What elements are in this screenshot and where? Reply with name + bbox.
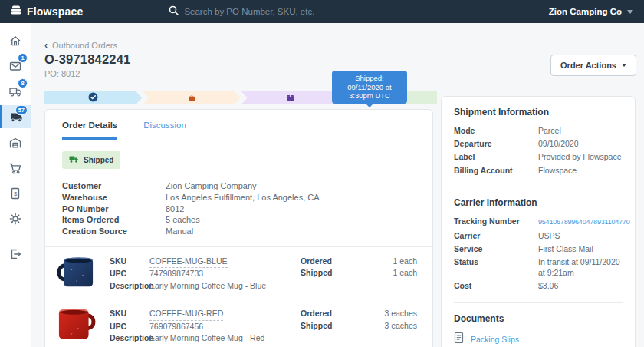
shipment-sidebar: Shipment Information ModeParcel Departur…	[441, 96, 636, 347]
search-icon	[169, 5, 179, 18]
cart-icon	[8, 161, 22, 175]
progress-step-packed[interactable]	[242, 91, 339, 104]
sidebar-item-settings[interactable]	[0, 206, 31, 231]
section-title: Shipment Information	[454, 107, 623, 117]
document-icon	[454, 332, 464, 347]
order-summary-fields: CustomerZion Camping Company WarehouseLo…	[62, 180, 416, 237]
sidebar-item-billing[interactable]: $	[0, 180, 31, 206]
main-content: ‹ Outbound Orders O-3971842241 PO: 8012 …	[31, 23, 644, 347]
progress-step-picked[interactable]	[143, 91, 240, 104]
order-details-card: Order Details Discussion Shipped Custome…	[44, 109, 433, 347]
warehouse-icon	[8, 136, 22, 150]
order-actions-button[interactable]: Order Actions	[550, 55, 636, 76]
chevron-down-icon	[622, 64, 626, 67]
item-quantities: Ordered1 each Shipped1 each	[301, 254, 417, 279]
sidebar-item-inbound-orders[interactable]: 8	[0, 78, 31, 104]
tooltip-line2: 3:30pm UTC	[337, 91, 402, 101]
inbound-orders-badge: 8	[18, 78, 28, 88]
flowspace-logo[interactable]: Flowspace	[10, 4, 83, 19]
sidebar-item-sign-out[interactable]	[0, 241, 31, 266]
po-number: PO: 8012	[44, 69, 80, 78]
field-row: WarehouseLos Angeles Fulfillment, Los An…	[62, 192, 416, 203]
sidebar-item-messages[interactable]: 1	[0, 53, 31, 78]
flowspace-logo-icon	[10, 4, 22, 19]
item-info: SKUCOFFEE-MUG-RED UPC769079867456 Descri…	[110, 306, 264, 345]
tab-discussion[interactable]: Discussion	[143, 121, 186, 140]
account-menu[interactable]: Zion Camping Co	[549, 7, 633, 16]
shipment-information-section: Shipment Information ModeParcel Departur…	[454, 97, 623, 187]
search-input[interactable]	[184, 7, 360, 16]
sidebar-item-outbound-orders[interactable]: 57	[0, 105, 31, 128]
check-circle-icon	[88, 91, 98, 105]
sidebar-item-home[interactable]	[0, 28, 31, 53]
tab-bar: Order Details Discussion	[45, 110, 432, 140]
section-title: Documents	[454, 313, 623, 324]
top-navbar: Flowspace Zion Camping Co	[0, 0, 644, 23]
line-item-blue-mug: SKUCOFFEE-MUG-BLUE UPC747989874733 Descr…	[45, 246, 432, 299]
sidebar-item-products[interactable]	[0, 155, 31, 180]
status-badge: Shipped	[62, 151, 120, 169]
chevron-left-icon: ‹	[44, 40, 48, 51]
documents-section: Documents Packing Slips Shipping Label P…	[454, 302, 623, 347]
carrier-information-section: Carrier Information Tracking Number95410…	[454, 187, 623, 302]
svg-text:$: $	[14, 190, 18, 197]
pick-box-icon	[187, 91, 196, 105]
home-icon	[8, 34, 22, 48]
order-actions-label: Order Actions	[560, 61, 616, 70]
global-search	[169, 5, 360, 18]
sidebar-divider	[5, 236, 26, 236]
packing-slips-link[interactable]: Packing Slips	[454, 332, 623, 347]
gear-icon	[8, 212, 22, 226]
product-image-blue-mug	[54, 254, 97, 289]
field-row: CustomerZion Camping Company	[62, 180, 416, 192]
sidebar-nav: 1 8 57 $	[0, 23, 31, 347]
messages-badge: 1	[18, 53, 28, 63]
field-row: Items Ordered5 eaches	[62, 214, 416, 226]
field-row: Creation SourceManual	[62, 226, 416, 237]
line-items: SKUCOFFEE-MUG-BLUE UPC747989874733 Descr…	[45, 246, 432, 347]
tooltip-line1: Shipped: 09/11/2020 at	[337, 74, 402, 91]
brand-name: Flowspace	[27, 5, 83, 18]
sku-link[interactable]: COFFEE-MUG-RED	[150, 308, 223, 321]
section-title: Carrier Information	[454, 197, 623, 208]
breadcrumb[interactable]: ‹ Outbound Orders	[44, 40, 117, 51]
line-item-red-mug: SKUCOFFEE-MUG-RED UPC769079867456 Descri…	[45, 299, 432, 347]
shipment-card: Shipment Information ModeParcel Departur…	[441, 96, 636, 347]
item-quantities: Ordered3 eaches Shipped3 eaches	[301, 306, 417, 332]
field-row: PO Number8012	[62, 203, 416, 215]
progress-step-created[interactable]	[44, 91, 142, 104]
sign-out-icon	[8, 247, 22, 261]
packed-box-icon	[286, 91, 294, 105]
account-name: Zion Camping Co	[549, 7, 622, 16]
breadcrumb-label: Outbound Orders	[52, 41, 117, 50]
shipped-truck-icon	[69, 155, 79, 165]
sku-link[interactable]: COFFEE-MUG-BLUE	[150, 256, 228, 269]
tracking-number-link[interactable]: 9541067899640478931104770	[538, 216, 629, 228]
invoice-icon: $	[8, 187, 22, 200]
item-info: SKUCOFFEE-MUG-BLUE UPC747989874733 Descr…	[110, 254, 266, 292]
page-title: O-3971842241	[44, 52, 131, 67]
shipped-tooltip: Shipped: 09/11/2020 at 3:30pm UTC	[332, 71, 407, 104]
sidebar-item-warehouses[interactable]	[0, 130, 31, 155]
product-image-red-mug	[54, 306, 97, 342]
status-badge-label: Shipped	[84, 156, 113, 164]
chevron-down-icon	[627, 10, 633, 14]
tab-order-details[interactable]: Order Details	[62, 121, 117, 140]
outbound-orders-badge: 57	[15, 105, 28, 115]
